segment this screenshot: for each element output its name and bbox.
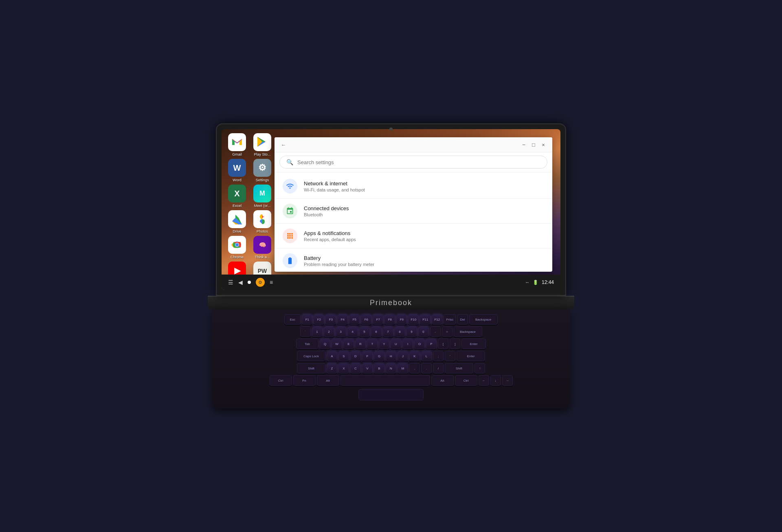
key-f8[interactable]: F8 — [384, 314, 395, 325]
app-icon-excel[interactable]: X Excel — [226, 185, 248, 208]
back-button[interactable]: ← — [279, 141, 288, 149]
key-2[interactable]: 2 — [324, 326, 334, 337]
touchpad[interactable] — [358, 389, 424, 400]
key-f10[interactable]: F10 — [408, 314, 419, 325]
key-9[interactable]: 9 — [406, 326, 417, 337]
key-3[interactable]: 3 — [336, 326, 346, 337]
key-shift-left[interactable]: Shift — [297, 363, 325, 374]
key-period[interactable]: . — [421, 363, 432, 374]
key-f[interactable]: F — [362, 351, 373, 361]
key-v[interactable]: V — [362, 363, 373, 374]
key-f2[interactable]: F2 — [314, 314, 324, 325]
key-6[interactable]: 6 — [371, 326, 382, 337]
key-7[interactable]: 7 — [383, 326, 393, 337]
key-x[interactable]: X — [338, 363, 349, 374]
settings-item-apps[interactable]: Apps & notifications Recent apps, defaul… — [275, 224, 552, 248]
key-up[interactable]: ↑ — [474, 363, 485, 374]
key-f7[interactable]: F7 — [373, 314, 383, 325]
key-e[interactable]: E — [343, 339, 354, 349]
key-h[interactable]: H — [386, 351, 396, 361]
key-capslock[interactable]: Caps Lock — [297, 351, 325, 361]
key-del[interactable]: Del — [457, 314, 468, 325]
key-j[interactable]: J — [398, 351, 408, 361]
maximize-button[interactable]: □ — [529, 141, 538, 149]
app-icon-word[interactable]: W Word — [226, 159, 248, 182]
app-icon-drive[interactable]: Drive — [226, 210, 248, 233]
key-enter[interactable]: Enter — [461, 339, 486, 349]
key-minus[interactable]: - — [430, 326, 441, 337]
app-icon-settings[interactable]: ⚙ Settings — [251, 159, 274, 182]
settings-item-network[interactable]: Network & internet Wi-Fi, data usage, an… — [275, 174, 552, 199]
key-a[interactable]: A — [327, 351, 337, 361]
key-m[interactable]: M — [398, 363, 408, 374]
key-0[interactable]: 0 — [418, 326, 429, 337]
key-p[interactable]: P — [426, 339, 437, 349]
key-f11[interactable]: F11 — [420, 314, 431, 325]
taskbar-back-icon[interactable]: ◀ — [238, 279, 243, 286]
taskbar-home-dot[interactable] — [248, 281, 251, 284]
key-slash[interactable]: / — [433, 363, 444, 374]
key-r[interactable]: R — [355, 339, 366, 349]
key-lbracket[interactable]: [ — [438, 339, 448, 349]
key-i[interactable]: I — [402, 339, 413, 349]
key-enter2[interactable]: Enter — [457, 351, 485, 361]
key-1[interactable]: 1 — [312, 326, 323, 337]
key-tab[interactable]: Tab — [296, 339, 319, 349]
key-esc[interactable]: Esc — [284, 314, 301, 325]
close-button[interactable]: × — [539, 141, 547, 149]
key-shift-right[interactable]: Shift — [445, 363, 473, 374]
search-input[interactable] — [297, 159, 540, 165]
key-comma[interactable]: , — [409, 363, 420, 374]
key-5[interactable]: 5 — [359, 326, 370, 337]
key-semicolon[interactable]: ; — [433, 351, 444, 361]
key-left[interactable]: ← — [479, 375, 489, 386]
key-rbracket[interactable]: ] — [450, 339, 460, 349]
key-o[interactable]: O — [414, 339, 425, 349]
key-4[interactable]: 4 — [347, 326, 358, 337]
settings-item-connected[interactable]: Connected devices Bluetooth — [275, 199, 552, 224]
key-f12[interactable]: F12 — [432, 314, 442, 325]
key-c[interactable]: C — [350, 363, 361, 374]
key-down[interactable]: ↓ — [490, 375, 501, 386]
key-right[interactable]: → — [502, 375, 513, 386]
key-ctrl-left[interactable]: Ctrl — [270, 375, 292, 386]
key-backtick[interactable]: ` — [300, 326, 311, 337]
app-icon-think[interactable]: 🧠 Think a... — [251, 236, 274, 259]
key-y[interactable]: Y — [379, 339, 389, 349]
key-fn[interactable]: Fn — [293, 375, 316, 386]
key-ctrl-right[interactable]: Ctrl — [455, 375, 477, 386]
minimize-button[interactable]: − — [520, 141, 528, 149]
search-box[interactable]: 🔍 — [279, 156, 547, 169]
app-icon-playstore[interactable]: Play Sto... — [251, 133, 274, 156]
key-q[interactable]: Q — [320, 339, 330, 349]
settings-item-battery[interactable]: Battery Problem reading your battery met… — [275, 248, 552, 272]
key-backspace2[interactable]: Backspace — [454, 326, 482, 337]
key-f9[interactable]: F9 — [396, 314, 407, 325]
key-f6[interactable]: F6 — [361, 314, 371, 325]
key-quote[interactable]: ' — [445, 351, 455, 361]
key-n[interactable]: N — [386, 363, 396, 374]
key-u[interactable]: U — [391, 339, 401, 349]
key-backspace[interactable]: Backspace — [469, 314, 498, 325]
key-f4[interactable]: F4 — [337, 314, 348, 325]
key-z[interactable]: Z — [327, 363, 337, 374]
key-f5[interactable]: F5 — [349, 314, 360, 325]
key-s[interactable]: S — [338, 351, 349, 361]
key-k[interactable]: K — [409, 351, 420, 361]
app-icon-chrome[interactable]: Chrome — [226, 236, 248, 259]
key-prtsc[interactable]: Prtsc — [444, 314, 456, 325]
key-g[interactable]: G — [374, 351, 384, 361]
app-icon-gmail[interactable]: Gmail — [226, 133, 248, 156]
key-8[interactable]: 8 — [395, 326, 405, 337]
key-w[interactable]: W — [332, 339, 342, 349]
taskbar-settings-icon[interactable]: ⚙ — [256, 278, 265, 287]
key-l[interactable]: L — [421, 351, 432, 361]
key-space[interactable] — [340, 375, 430, 386]
key-alt-left[interactable]: Alt — [317, 375, 339, 386]
key-equals[interactable]: = — [442, 326, 453, 337]
app-icon-photos[interactable]: Photos — [251, 210, 274, 233]
key-t[interactable]: T — [367, 339, 378, 349]
app-icon-meet[interactable]: M Meet (or... — [251, 185, 274, 208]
key-f1[interactable]: F1 — [302, 314, 312, 325]
taskbar-apps-icon[interactable]: ≡ — [270, 279, 273, 286]
